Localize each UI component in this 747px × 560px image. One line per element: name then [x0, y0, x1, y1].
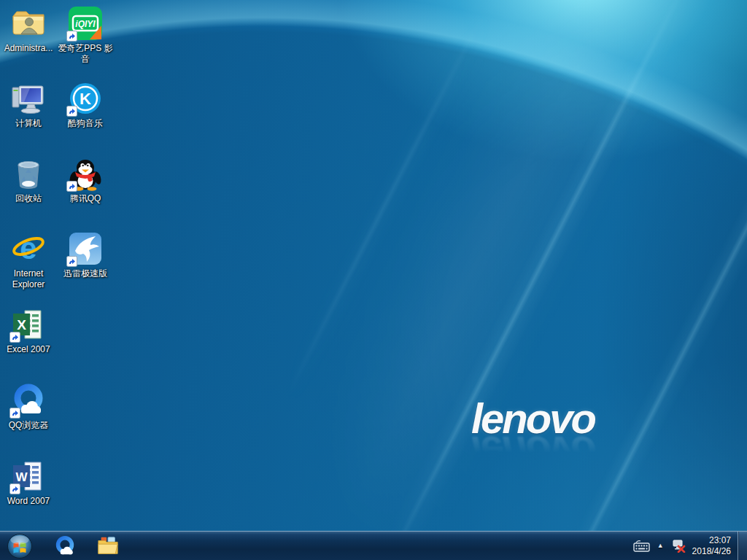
desktop-icon-recycle-bin[interactable]: 回收站 — [0, 156, 57, 204]
network-disconnected-icon[interactable] — [670, 539, 686, 553]
show-hidden-icons-chevron[interactable]: ▲ — [657, 542, 664, 549]
desktop-icon-word-2007[interactable]: W Word 2007 — [0, 459, 57, 507]
excel-icon: X — [11, 307, 46, 342]
shortcut-arrow-icon — [66, 181, 77, 192]
icon-label: 迅雷极速版 — [63, 268, 107, 279]
xunlei-thunder-icon — [68, 231, 103, 266]
shortcut-arrow-icon — [9, 483, 20, 494]
taskbar-qq-browser-button[interactable] — [54, 535, 76, 557]
kugou-music-icon: K — [68, 81, 103, 116]
user-folder-icon — [11, 6, 46, 41]
start-button[interactable] — [7, 533, 33, 559]
desktop-icon-iqiyi-pps[interactable]: iQIYI 爱奇艺PPS 影音 — [57, 6, 114, 65]
desktop-icon-kugou-music[interactable]: K 酷狗音乐 — [57, 81, 114, 129]
tencent-qq-icon — [68, 156, 103, 191]
shortcut-arrow-icon — [9, 408, 20, 419]
shortcut-arrow-icon — [66, 256, 77, 267]
svg-text:X: X — [17, 317, 26, 332]
system-tray: ▲ 23:07 2018/4/26 — [633, 535, 738, 557]
icon-label: 计算机 — [15, 118, 42, 129]
computer-icon — [11, 81, 46, 116]
icon-label: 爱奇艺PPS 影音 — [57, 43, 114, 65]
lenovo-logo-reflection: lenovo — [471, 427, 646, 476]
taskbar: ▲ 23:07 2018/4/26 — [0, 531, 747, 560]
desktop-icon-xunlei[interactable]: 迅雷极速版 — [57, 231, 114, 279]
internet-explorer-icon: e — [11, 231, 46, 266]
iqiyi-pps-icon: iQIYI — [68, 6, 103, 41]
icon-label: 腾讯QQ — [70, 193, 101, 204]
show-desktop-button[interactable] — [738, 532, 747, 560]
svg-text:iQIYI: iQIYI — [75, 19, 96, 29]
icon-label: 回收站 — [15, 193, 42, 204]
svg-text:W: W — [15, 470, 28, 484]
svg-text:K: K — [80, 90, 91, 108]
icon-label: Internet Explorer — [0, 268, 57, 290]
desktop-icon-internet-explorer[interactable]: e Internet Explorer — [0, 231, 57, 290]
icon-label: 酷狗音乐 — [68, 118, 103, 129]
taskbar-explorer-button[interactable] — [97, 535, 119, 557]
input-method-keyboard-icon[interactable] — [633, 540, 650, 552]
icon-label: Excel 2007 — [7, 344, 50, 355]
svg-text:e: e — [20, 231, 36, 265]
shortcut-arrow-icon — [66, 106, 77, 117]
desktop: lenovo lenovo Administra... — [0, 0, 747, 531]
shortcut-arrow-icon — [9, 332, 20, 343]
shortcut-arrow-icon — [66, 31, 77, 42]
clock-date: 2018/4/26 — [692, 546, 731, 557]
taskbar-clock[interactable]: 23:07 2018/4/26 — [692, 535, 731, 557]
word-icon: W — [11, 459, 46, 494]
desktop-icon-administrator[interactable]: Administra... — [0, 6, 57, 54]
icon-label: Administra... — [4, 43, 53, 54]
icon-label: QQ浏览器 — [9, 420, 49, 431]
qq-browser-icon — [11, 383, 46, 418]
recycle-bin-icon — [11, 156, 46, 191]
desktop-icon-tencent-qq[interactable]: 腾讯QQ — [57, 156, 114, 204]
icon-label: Word 2007 — [7, 496, 50, 507]
desktop-icon-excel-2007[interactable]: X Excel 2007 — [0, 307, 57, 355]
desktop-icon-qq-browser[interactable]: QQ浏览器 — [0, 383, 57, 431]
wallpaper-streaks — [176, 0, 747, 531]
clock-time: 23:07 — [692, 535, 731, 546]
lenovo-logo: lenovo lenovo — [471, 394, 646, 476]
desktop-icon-computer[interactable]: 计算机 — [0, 81, 57, 129]
